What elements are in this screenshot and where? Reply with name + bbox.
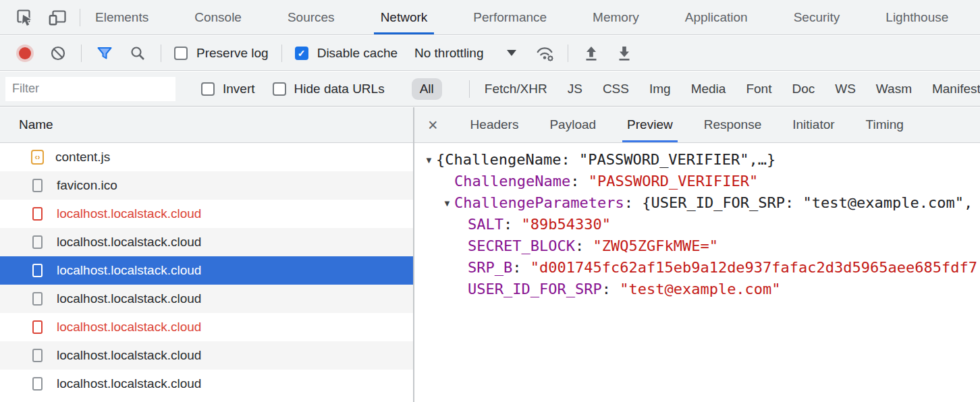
resource-type-filters: AllFetch/XHRJSCSSImgMediaFontDocWSWasmMa…	[412, 78, 980, 100]
request-name: localhost.localstack.cloud	[57, 263, 201, 278]
disable-cache-checkbox[interactable]: ✓	[295, 47, 308, 60]
filter-pill-font[interactable]: Font	[746, 82, 771, 96]
table-row[interactable]: localhost.localstack.cloud	[0, 200, 413, 228]
document-file-icon	[32, 264, 43, 277]
tab-elements[interactable]: Elements	[95, 0, 148, 34]
json-text: :	[602, 281, 620, 297]
filter-pill-css[interactable]: CSS	[603, 82, 629, 96]
tree-line: ▼{ChallengeName: "PASSWORD_VERIFIER",…}	[414, 149, 980, 171]
tree-line: SRP_B: "d001745fc62af15eb9a12de937fafac2…	[414, 257, 980, 279]
detail-tab-headers[interactable]: Headers	[470, 107, 519, 142]
divider	[281, 45, 282, 62]
export-har-icon[interactable]	[614, 43, 634, 63]
record-network-log-button[interactable]	[19, 47, 31, 59]
name-column-header[interactable]: Name	[0, 107, 413, 143]
filter-pill-js[interactable]: JS	[568, 82, 582, 96]
tree-line: USER_ID_FOR_SRP: "test@example.com"	[414, 279, 980, 300]
filter-toggle-icon[interactable]	[94, 43, 115, 63]
invert-checkbox[interactable]	[201, 82, 215, 96]
filter-pill-wasm[interactable]: Wasm	[876, 82, 912, 96]
document-file-icon	[32, 179, 43, 192]
document-file-icon	[32, 377, 43, 391]
detail-tabs: HeadersPayloadPreviewResponseInitiatorTi…	[470, 107, 904, 142]
json-string: "ZWQ5ZGFkMWE="	[593, 237, 717, 254]
table-row[interactable]: localhost.localstack.cloud	[0, 256, 413, 285]
tab-application[interactable]: Application	[685, 0, 748, 34]
table-row[interactable]: localhost.localstack.cloud	[0, 341, 413, 370]
tree-line: ChallengeName: "PASSWORD_VERIFIER"	[414, 171, 980, 192]
detail-tab-initiator[interactable]: Initiator	[792, 107, 834, 142]
request-name: localhost.localstack.cloud	[57, 291, 201, 306]
filter-pill-img[interactable]: Img	[649, 82, 671, 96]
json-key: SECRET_BLOCK	[468, 237, 575, 254]
main-toolbar-icons	[0, 7, 80, 28]
detail-tab-timing[interactable]: Timing	[866, 107, 904, 142]
filter-pill-doc[interactable]: Doc	[792, 82, 815, 96]
throttling-select[interactable]: No throttling	[414, 46, 483, 61]
json-string: "d001745fc62af15eb9a12de937fafac2d3d5965…	[530, 259, 977, 276]
detail-tab-bar: × HeadersPayloadPreviewResponseInitiator…	[414, 107, 980, 143]
json-text: {USER_ID_FOR_SRP: "test@example.com",	[642, 194, 973, 211]
import-har-icon[interactable]	[581, 43, 601, 63]
network-conditions-icon[interactable]	[535, 43, 555, 63]
document-file-icon	[32, 207, 43, 221]
table-row[interactable]: favicon.ico	[0, 171, 413, 200]
table-row[interactable]: localhost.localstack.cloud	[0, 370, 413, 398]
name-column-label: Name	[19, 117, 53, 132]
request-name: favicon.ico	[57, 178, 117, 193]
request-rows: ‹›content.jsfavicon.icolocalhost.localst…	[0, 143, 413, 398]
filter-pill-ws[interactable]: WS	[835, 82, 856, 96]
devtools-window: ElementsConsoleSourcesNetworkPerformance…	[0, 0, 980, 402]
request-list-pane: Name ‹›content.jsfavicon.icolocalhost.lo…	[0, 107, 414, 402]
json-text: :	[512, 259, 530, 276]
clear-network-log-icon[interactable]	[48, 43, 68, 63]
preserve-log-checkbox[interactable]	[174, 47, 188, 60]
json-key: ChallengeName	[454, 173, 570, 190]
expander-icon[interactable]: ▼	[425, 150, 436, 171]
tree-line: ▼ChallengeParameters: {USER_ID_FOR_SRP: …	[414, 192, 980, 214]
hide-data-urls-label: Hide data URLs	[294, 82, 385, 96]
tree-line: SALT: "89b54330"	[414, 214, 980, 235]
main-tab-bar: ElementsConsoleSourcesNetworkPerformance…	[0, 0, 980, 35]
filter-input[interactable]	[5, 77, 175, 101]
tab-console[interactable]: Console	[194, 0, 242, 34]
json-key: USER_ID_FOR_SRP	[468, 281, 602, 297]
json-preview-tree: ▼{ChallengeName: "PASSWORD_VERIFIER",…}C…	[414, 143, 980, 402]
request-name: localhost.localstack.cloud	[57, 376, 201, 391]
json-text: :	[624, 194, 643, 211]
table-row[interactable]: ‹›content.js	[0, 143, 413, 171]
filter-pill-media[interactable]: Media	[691, 82, 726, 96]
request-detail-pane: × HeadersPayloadPreviewResponseInitiator…	[414, 107, 980, 402]
tab-security[interactable]: Security	[794, 0, 840, 34]
tab-memory[interactable]: Memory	[593, 0, 639, 34]
tab-lighthouse[interactable]: Lighthouse	[886, 0, 948, 34]
filter-pill-manifest[interactable]: Manifest	[932, 82, 980, 96]
detail-tab-preview[interactable]: Preview	[627, 107, 673, 142]
json-string: "PASSWORD_VERIFIER"	[589, 173, 759, 190]
detail-tab-payload[interactable]: Payload	[549, 107, 596, 142]
tab-performance[interactable]: Performance	[473, 0, 547, 34]
filter-pill-fetch-xhr[interactable]: Fetch/XHR	[485, 82, 547, 96]
search-icon[interactable]	[128, 43, 148, 63]
request-name: localhost.localstack.cloud	[57, 320, 201, 335]
device-toolbar-icon[interactable]	[47, 7, 67, 28]
json-text: {ChallengeName: "PASSWORD_VERIFIER",…}	[436, 151, 775, 168]
close-icon[interactable]: ×	[428, 117, 438, 134]
table-row[interactable]: localhost.localstack.cloud	[0, 313, 413, 341]
filter-pill-all[interactable]: All	[412, 78, 442, 100]
hide-data-urls-checkbox[interactable]	[273, 82, 286, 96]
inspect-element-icon[interactable]	[15, 7, 35, 28]
table-row[interactable]: localhost.localstack.cloud	[0, 285, 413, 313]
detail-tab-response[interactable]: Response	[704, 107, 762, 142]
json-string: "89b54330"	[521, 216, 610, 233]
json-text: :	[570, 173, 589, 190]
request-name: content.js	[55, 150, 110, 165]
chevron-down-icon[interactable]	[507, 50, 516, 56]
tab-sources[interactable]: Sources	[288, 0, 335, 34]
table-row[interactable]: localhost.localstack.cloud	[0, 228, 413, 256]
divider	[161, 45, 161, 62]
request-name: localhost.localstack.cloud	[57, 348, 201, 363]
tab-network[interactable]: Network	[381, 0, 428, 34]
divider	[469, 80, 470, 98]
expander-icon[interactable]: ▼	[443, 193, 454, 214]
